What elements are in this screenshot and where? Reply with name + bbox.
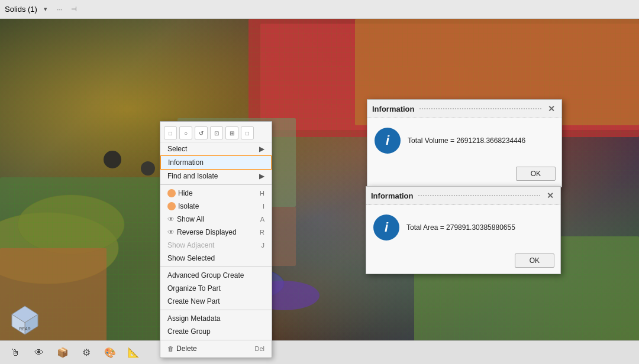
reverse-displayed-shortcut: R [260,229,264,236]
toolbar-section-title: Solids (1) ▾ ··· ⊣ [5,4,80,15]
toolbar-more-btn[interactable]: ··· [54,4,66,15]
menu-item-information[interactable]: Information [160,155,272,170]
dialog-1-info-icon: i [375,128,401,154]
find-isolate-arrow-icon: ▶ [259,172,264,180]
reverse-displayed-label-group: 👁 Reverse Displayed [167,228,237,236]
menu-item-reverse-displayed[interactable]: 👁 Reverse Displayed R [160,226,272,239]
menu-item-assign-metadata-label: Assign Metadata [167,314,220,323]
show-all-shortcut: A [260,216,264,223]
menu-item-organize-part[interactable]: Organize To Part [160,282,272,295]
menu-sep-4 [160,340,272,340]
toolbar-title: Solids (1) [5,5,37,14]
isolate-shortcut: I [263,203,264,210]
menu-item-delete-label: Delete [176,344,197,353]
menu-item-find-isolate[interactable]: Find and Isolate ▶ [160,170,272,183]
menu-icon-rect[interactable]: □ [164,126,177,139]
dialog-1-title: Information [372,105,415,113]
toolbar-dropdown-btn[interactable]: ▾ [40,4,51,15]
menu-icon-select2[interactable]: ⊞ [225,126,238,139]
delete-shortcut: Del [254,345,264,352]
dialog-1-ok-btn[interactable]: OK [516,167,556,181]
dialog-1-close-btn[interactable]: ✕ [546,103,557,114]
dialog-2-dots [418,195,541,196]
menu-item-show-adjacent: Show Adjacent J [160,239,272,252]
menu-item-isolate[interactable]: Isolate I [160,200,272,213]
svg-point-13 [141,161,155,176]
dialog-2-title: Information [371,191,414,200]
bottom-icon-measure[interactable]: 📐 [125,344,142,361]
menu-item-hide[interactable]: Hide H [160,187,272,200]
menu-item-advanced-group[interactable]: Advanced Group Create [160,269,272,282]
svg-point-12 [104,151,121,168]
menu-item-information-label: Information [168,158,204,167]
menu-sep-2 [160,266,272,267]
menu-icons-row: □ ○ ↺ ⊡ ⊞ □ [160,124,272,142]
menu-sep-1 [160,184,272,185]
dialog-2-body: i Total Area = 279891.30385880655 [366,205,560,250]
menu-item-reverse-displayed-label: Reverse Displayed [177,228,237,236]
menu-icon-circle[interactable]: ○ [179,126,192,139]
menu-item-select-label: Select [167,145,187,153]
dialog-2-close-btn[interactable]: ✕ [545,190,556,201]
bottom-icon-cursor[interactable]: 🖱 [7,344,24,361]
menu-item-show-adjacent-label: Show Adjacent [167,241,214,249]
menu-item-create-new-part-label: Create New Part [167,297,220,306]
dialog-1-body: i Total Volume = 2691218.3668234446 [367,118,561,163]
dialog-1-dots [419,108,542,109]
delete-trash-icon: 🗑 [167,345,174,352]
info-dialog-2: Information ✕ i Total Area = 279891.3038… [366,186,561,274]
menu-item-show-all[interactable]: 👁 Show All A [160,213,272,226]
isolate-dot-icon [167,202,176,210]
dialog-1-message: Total Volume = 2691218.3668234446 [408,136,525,145]
menu-item-create-new-part[interactable]: Create New Part [160,295,272,308]
isolate-label-group: Isolate [167,202,199,210]
bottom-toolbar: 🖱 👁 📦 ⚙ 🎨 📐 [0,340,639,364]
menu-item-advanced-group-label: Advanced Group Create [167,271,244,280]
menu-item-find-isolate-label: Find and Isolate [167,172,218,180]
menu-icon-select1[interactable]: ⊡ [210,126,223,139]
hide-dot-icon [167,189,176,197]
dialog-2-header: Information ✕ [366,187,560,205]
info-dialog-1: Information ✕ i Total Volume = 2691218.3… [367,99,562,187]
menu-icon-box[interactable]: □ [241,126,254,139]
menu-item-create-group[interactable]: Create Group [160,325,272,338]
delete-label-group: 🗑 Delete [167,344,197,353]
show-all-eye-icon: 👁 [167,215,175,223]
svg-text:REAR: REAR [19,327,30,331]
dialog-2-ok-btn[interactable]: OK [515,254,554,268]
menu-sep-3 [160,310,272,310]
menu-icon-refresh[interactable]: ↺ [195,126,208,139]
menu-item-show-selected[interactable]: Show Selected [160,252,272,265]
dialog-1-header: Information ✕ [367,100,561,118]
menu-item-show-selected-label: Show Selected [167,254,215,262]
dialog-2-message: Total Area = 279891.30385880655 [406,223,515,232]
context-menu: □ ○ ↺ ⊡ ⊞ □ Select ▶ Information Find an… [160,121,272,358]
top-toolbar: Solids (1) ▾ ··· ⊣ [0,0,639,19]
select-arrow-icon: ▶ [259,145,264,153]
dialog-1-footer: OK [367,163,561,187]
cube-indicator[interactable]: REAR [9,304,39,333]
menu-item-assign-metadata[interactable]: Assign Metadata [160,312,272,325]
bottom-icon-settings[interactable]: ⚙ [78,344,95,361]
menu-item-delete[interactable]: 🗑 Delete Del [160,342,272,355]
hide-label-group: Hide [167,189,193,197]
menu-item-hide-label: Hide [178,189,193,197]
menu-item-create-group-label: Create Group [167,327,211,336]
bottom-icon-color[interactable]: 🎨 [102,344,118,361]
hide-shortcut: H [260,190,264,197]
toolbar-pin-btn[interactable]: ⊣ [68,4,80,15]
show-all-label-group: 👁 Show All [167,215,204,223]
menu-item-organize-part-label: Organize To Part [167,284,221,292]
menu-item-select[interactable]: Select ▶ [160,142,272,155]
menu-item-show-all-label: Show All [177,215,204,223]
dialog-2-info-icon: i [373,214,399,240]
reverse-displayed-eye-icon: 👁 [167,228,175,236]
bottom-icon-model[interactable]: 📦 [54,344,71,361]
dialog-2-footer: OK [366,250,560,274]
show-adjacent-shortcut: J [262,242,265,249]
menu-item-isolate-label: Isolate [178,202,199,210]
bottom-icon-view[interactable]: 👁 [31,344,47,361]
